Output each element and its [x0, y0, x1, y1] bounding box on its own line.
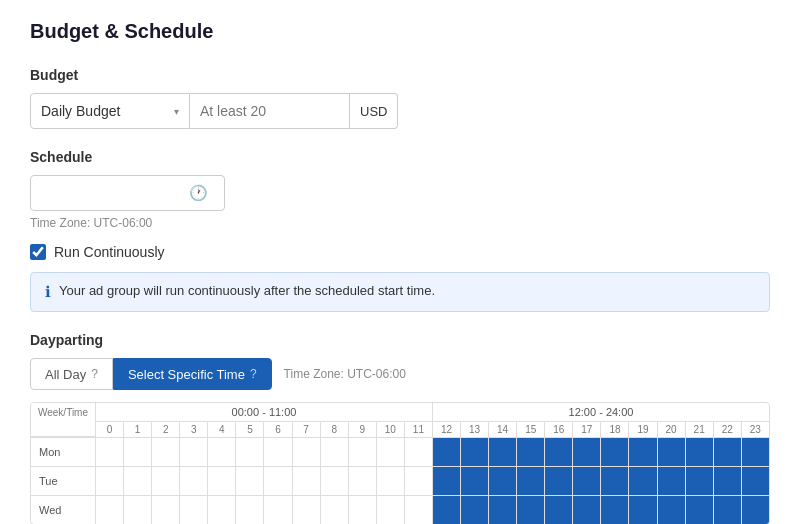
cell-tue-hour-5[interactable] [236, 467, 264, 495]
hour-label-18: 18 [601, 422, 629, 437]
hour-label-14: 14 [489, 422, 517, 437]
cell-wed-hour-14[interactable] [489, 496, 517, 524]
cell-mon-hour-0[interactable] [96, 438, 124, 466]
cell-mon-hour-11[interactable] [405, 438, 433, 466]
cell-tue-hour-2[interactable] [152, 467, 180, 495]
cell-wed-hour-20[interactable] [658, 496, 686, 524]
cell-mon-hour-14[interactable] [489, 438, 517, 466]
cell-wed-hour-10[interactable] [377, 496, 405, 524]
info-message: Your ad group will run continuously afte… [59, 283, 435, 298]
budget-section: Budget Daily Budget ▾ USD [30, 67, 770, 129]
cell-wed-hour-9[interactable] [349, 496, 377, 524]
cell-mon-hour-6[interactable] [264, 438, 292, 466]
cell-mon-hour-2[interactable] [152, 438, 180, 466]
cell-mon-hour-18[interactable] [601, 438, 629, 466]
cell-tue-hour-14[interactable] [489, 467, 517, 495]
schedule-label: Schedule [30, 149, 770, 165]
cell-tue-hour-6[interactable] [264, 467, 292, 495]
hour-label-9: 9 [349, 422, 377, 437]
cell-tue-hour-16[interactable] [545, 467, 573, 495]
tab-specific-time[interactable]: Select Specific Time ? [113, 358, 272, 390]
budget-amount-input[interactable] [190, 93, 350, 129]
cell-mon-hour-17[interactable] [573, 438, 601, 466]
cell-wed-hour-6[interactable] [264, 496, 292, 524]
cell-tue-hour-9[interactable] [349, 467, 377, 495]
cell-mon-hour-22[interactable] [714, 438, 742, 466]
row-cells-mon [96, 438, 769, 466]
cell-wed-hour-23[interactable] [742, 496, 769, 524]
cell-tue-hour-19[interactable] [629, 467, 657, 495]
cell-wed-hour-0[interactable] [96, 496, 124, 524]
cell-wed-hour-4[interactable] [208, 496, 236, 524]
grid-row-wed: Wed [31, 495, 769, 524]
cell-wed-hour-16[interactable] [545, 496, 573, 524]
cell-mon-hour-21[interactable] [686, 438, 714, 466]
cell-wed-hour-22[interactable] [714, 496, 742, 524]
cell-tue-hour-23[interactable] [742, 467, 769, 495]
cell-mon-hour-15[interactable] [517, 438, 545, 466]
cell-mon-hour-19[interactable] [629, 438, 657, 466]
cell-mon-hour-23[interactable] [742, 438, 769, 466]
cell-mon-hour-13[interactable] [461, 438, 489, 466]
cell-tue-hour-15[interactable] [517, 467, 545, 495]
cell-wed-hour-2[interactable] [152, 496, 180, 524]
tab-allday[interactable]: All Day ? [30, 358, 113, 390]
hour-label-13: 13 [461, 422, 489, 437]
cell-mon-hour-12[interactable] [433, 438, 461, 466]
cell-mon-hour-5[interactable] [236, 438, 264, 466]
cell-mon-hour-16[interactable] [545, 438, 573, 466]
cell-tue-hour-10[interactable] [377, 467, 405, 495]
hour-label-5: 5 [236, 422, 264, 437]
cell-wed-hour-11[interactable] [405, 496, 433, 524]
cell-wed-hour-21[interactable] [686, 496, 714, 524]
currency-badge: USD [350, 93, 398, 129]
cell-wed-hour-13[interactable] [461, 496, 489, 524]
cell-tue-hour-1[interactable] [124, 467, 152, 495]
cell-mon-hour-20[interactable] [658, 438, 686, 466]
cell-wed-hour-3[interactable] [180, 496, 208, 524]
cell-wed-hour-1[interactable] [124, 496, 152, 524]
hour-label-11: 11 [405, 422, 433, 437]
cell-mon-hour-10[interactable] [377, 438, 405, 466]
datetime-picker[interactable]: 2021-07-05 22:14 🕐 [30, 175, 225, 211]
cell-tue-hour-0[interactable] [96, 467, 124, 495]
specific-help-icon: ? [250, 367, 257, 381]
cell-tue-hour-13[interactable] [461, 467, 489, 495]
cell-wed-hour-8[interactable] [321, 496, 349, 524]
cell-wed-hour-12[interactable] [433, 496, 461, 524]
cell-wed-hour-15[interactable] [517, 496, 545, 524]
cell-mon-hour-7[interactable] [293, 438, 321, 466]
dayparting-section: Dayparting All Day ? Select Specific Tim… [30, 332, 770, 524]
cell-mon-hour-4[interactable] [208, 438, 236, 466]
daypart-timezone: Time Zone: UTC-06:00 [284, 367, 406, 381]
hour-label-2: 2 [152, 422, 180, 437]
cell-tue-hour-21[interactable] [686, 467, 714, 495]
cell-wed-hour-18[interactable] [601, 496, 629, 524]
run-continuously-checkbox[interactable] [30, 244, 46, 260]
hour-label-19: 19 [629, 422, 657, 437]
datetime-input[interactable]: 2021-07-05 22:14 [41, 186, 181, 201]
cell-mon-hour-1[interactable] [124, 438, 152, 466]
cell-tue-hour-11[interactable] [405, 467, 433, 495]
cell-wed-hour-17[interactable] [573, 496, 601, 524]
cell-tue-hour-12[interactable] [433, 467, 461, 495]
cell-wed-hour-5[interactable] [236, 496, 264, 524]
cell-wed-hour-19[interactable] [629, 496, 657, 524]
cell-tue-hour-18[interactable] [601, 467, 629, 495]
cell-tue-hour-3[interactable] [180, 467, 208, 495]
hour-label-7: 7 [293, 422, 321, 437]
cell-tue-hour-8[interactable] [321, 467, 349, 495]
cell-tue-hour-17[interactable] [573, 467, 601, 495]
cell-mon-hour-9[interactable] [349, 438, 377, 466]
cell-tue-hour-22[interactable] [714, 467, 742, 495]
cell-tue-hour-20[interactable] [658, 467, 686, 495]
row-label-wed: Wed [31, 496, 96, 524]
cell-mon-hour-8[interactable] [321, 438, 349, 466]
budget-type-dropdown[interactable]: Daily Budget ▾ [30, 93, 190, 129]
info-icon: ℹ [45, 283, 51, 301]
cell-wed-hour-7[interactable] [293, 496, 321, 524]
daypart-grid: Week/Time 00:00 - 11:00 12:00 - 24:00 01… [30, 402, 770, 524]
cell-mon-hour-3[interactable] [180, 438, 208, 466]
cell-tue-hour-4[interactable] [208, 467, 236, 495]
cell-tue-hour-7[interactable] [293, 467, 321, 495]
